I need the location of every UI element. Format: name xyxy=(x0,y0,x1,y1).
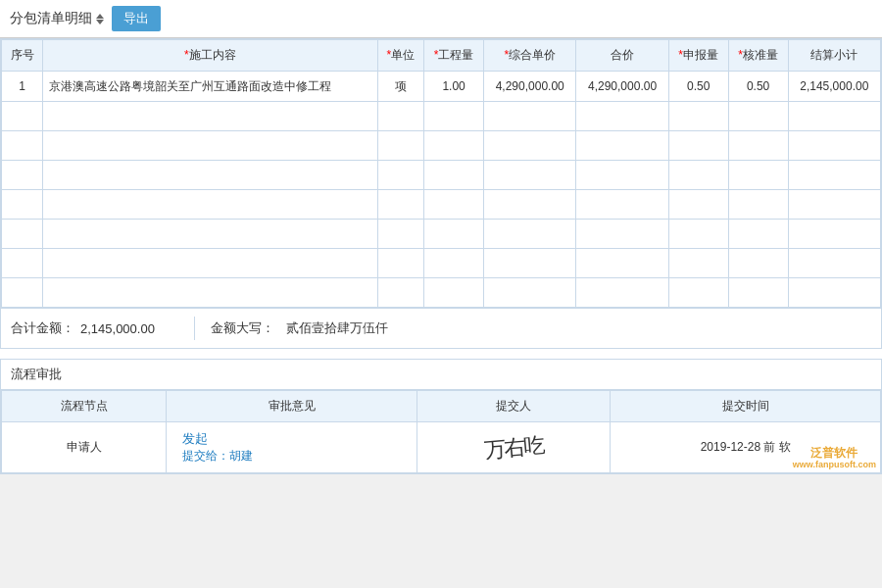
main-container: 分包清单明细 导出 序号 *施工内容 *单位 *工程量 *综合单价 合价 *申报… xyxy=(0,0,882,474)
table-section: 序号 *施工内容 *单位 *工程量 *综合单价 合价 *申报量 *核准量 结算小… xyxy=(0,38,882,309)
amount-label: 金额大写： xyxy=(211,319,274,337)
approval-time: 2019-12-28 前 软 泛普软件 www.fanpusoft.com xyxy=(611,422,881,473)
cell-unit-price: 4,290,000.00 xyxy=(484,72,576,102)
table-header-row: 序号 *施工内容 *单位 *工程量 *综合单价 合价 *申报量 *核准量 结算小… xyxy=(2,40,881,72)
col-total: 合价 xyxy=(576,40,668,72)
empty-row-5 xyxy=(2,220,881,249)
col-declared: *申报量 xyxy=(668,40,728,72)
empty-row-3 xyxy=(2,161,881,190)
cell-quantity: 1.00 xyxy=(424,72,484,102)
approval-signature: 万右吃 xyxy=(417,422,611,473)
approval-col-time: 提交时间 xyxy=(611,391,881,422)
title-text: 分包清单明细 xyxy=(10,10,92,27)
cell-content: 京港澳高速公路粤境韶关至广州互通路面改造中修工程 xyxy=(43,72,378,102)
table-footer: 合计金额： 2,145,000.00 金额大写： 贰佰壹拾肆万伍仟 xyxy=(0,309,882,349)
approval-table: 流程节点 审批意见 提交人 提交时间 申请人 发起 提交给：胡建 万右吃 xyxy=(1,390,881,473)
table-row: 1 京港澳高速公路粤境韶关至广州互通路面改造中修工程 项 1.00 4,290,… xyxy=(2,72,881,102)
watermark-sub: www.fanpusoft.com xyxy=(793,460,876,470)
approval-row: 申请人 发起 提交给：胡建 万右吃 2019-12-28 前 软 泛普软件 ww… xyxy=(2,422,881,473)
approval-opinion: 发起 提交给：胡建 xyxy=(167,422,417,473)
col-subtotal: 结算小计 xyxy=(788,40,880,72)
footer-divider xyxy=(194,317,195,340)
col-unit-price: *综合单价 xyxy=(484,40,576,72)
opinion-action[interactable]: 发起 xyxy=(182,430,401,448)
footer-total: 合计金额： 2,145,000.00 xyxy=(11,319,178,337)
cell-subtotal: 2,145,000.00 xyxy=(788,72,880,102)
toolbar-title: 分包清单明细 xyxy=(10,10,104,27)
empty-row-6 xyxy=(2,249,881,278)
cell-declared: 0.50 xyxy=(668,72,728,102)
col-quantity: *工程量 xyxy=(424,40,484,72)
approval-header-row: 流程节点 审批意见 提交人 提交时间 xyxy=(2,391,881,422)
col-seq: 序号 xyxy=(2,40,43,72)
sort-icon[interactable] xyxy=(96,14,104,24)
empty-row-4 xyxy=(2,190,881,220)
col-content: *施工内容 xyxy=(43,40,378,72)
total-value: 2,145,000.00 xyxy=(80,321,178,336)
export-button[interactable]: 导出 xyxy=(112,6,161,31)
approval-col-submitter: 提交人 xyxy=(417,391,611,422)
empty-row-1 xyxy=(2,102,881,131)
col-approved: *核准量 xyxy=(728,40,788,72)
approval-title: 流程审批 xyxy=(1,360,881,390)
amount-value: 贰佰壹拾肆万伍仟 xyxy=(286,319,388,337)
approval-node: 申请人 xyxy=(2,422,167,473)
cell-seq: 1 xyxy=(2,72,43,102)
main-table: 序号 *施工内容 *单位 *工程量 *综合单价 合价 *申报量 *核准量 结算小… xyxy=(1,39,881,308)
footer-amount: 金额大写： 贰佰壹拾肆万伍仟 xyxy=(211,319,388,337)
cell-approved: 0.50 xyxy=(728,72,788,102)
col-unit: *单位 xyxy=(377,40,423,72)
signature-text: 万右吃 xyxy=(483,430,544,465)
approval-col-opinion: 审批意见 xyxy=(167,391,417,422)
watermark: 泛普软件 www.fanpusoft.com xyxy=(793,446,876,470)
empty-row-2 xyxy=(2,131,881,161)
cell-total: 4,290,000.00 xyxy=(576,72,668,102)
empty-row-7 xyxy=(2,278,881,308)
approval-section: 流程审批 流程节点 审批意见 提交人 提交时间 申请人 发起 提交给：胡建 xyxy=(0,359,882,474)
toolbar: 分包清单明细 导出 xyxy=(0,0,882,38)
cell-unit: 项 xyxy=(377,72,423,102)
opinion-submit: 提交给：胡建 xyxy=(182,449,253,463)
total-label: 合计金额： xyxy=(11,319,74,337)
watermark-main: 泛普软件 xyxy=(793,446,876,460)
time-text: 2019-12-28 前 软 xyxy=(701,440,791,454)
approval-col-node: 流程节点 xyxy=(2,391,167,422)
